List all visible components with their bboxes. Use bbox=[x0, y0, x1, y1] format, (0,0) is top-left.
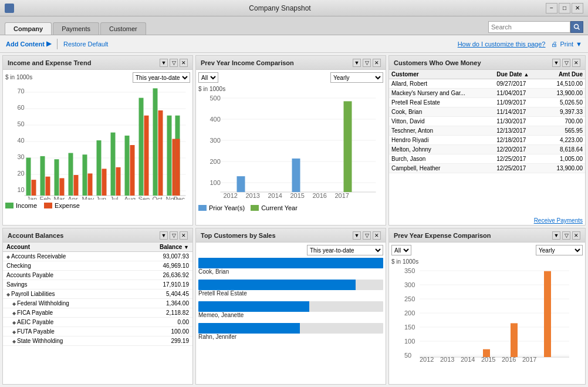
prev-year-income-filter1[interactable]: All bbox=[198, 72, 218, 83]
search-btn[interactable] bbox=[570, 21, 583, 33]
svg-text:2012: 2012 bbox=[224, 192, 238, 199]
accounts-menu[interactable]: ▽ bbox=[170, 231, 178, 240]
svg-text:Mar: Mar bbox=[54, 196, 65, 200]
top-cust-menu[interactable]: ▽ bbox=[363, 231, 371, 240]
prev-year-income-filter2[interactable]: Yearly bbox=[330, 72, 383, 83]
top-cust-collapse[interactable]: ▼ bbox=[353, 231, 361, 240]
bar-label: Pretell Real Estate bbox=[198, 290, 383, 297]
search-bar bbox=[488, 21, 583, 33]
prev-year-income-collapse[interactable]: ▼ bbox=[353, 59, 361, 67]
table-row: Accounts Payable26,636.92 bbox=[3, 271, 192, 280]
svg-text:2015: 2015 bbox=[290, 192, 305, 199]
top-cust-close[interactable]: ✕ bbox=[373, 231, 381, 240]
account-balances-header: Account Balances ▼ ▽ ✕ bbox=[3, 228, 192, 243]
print-dropdown-icon: ▼ bbox=[576, 41, 582, 48]
svg-text:2012: 2012 bbox=[420, 356, 434, 363]
tab-customer[interactable]: Customer bbox=[100, 22, 146, 35]
bar-label: Rahn, Jennifer bbox=[198, 334, 383, 340]
top-customers-controls: ▼ ▽ ✕ bbox=[353, 231, 381, 240]
prev-year-income-close[interactable]: ✕ bbox=[373, 59, 381, 67]
svg-text:20: 20 bbox=[18, 170, 25, 177]
accounts-table: Account Balance ▼ ◆Accounts Receivable93… bbox=[3, 243, 192, 346]
prev-expense-title: Prev Year Expense Comparison bbox=[394, 232, 491, 239]
svg-text:Dec: Dec bbox=[174, 196, 185, 200]
svg-text:Oct: Oct bbox=[153, 196, 163, 200]
close-btn[interactable]: ✕ bbox=[572, 3, 583, 14]
income-expense-panel: Income and Expense Trend ▼ ▽ ✕ $ in 1000… bbox=[2, 55, 193, 226]
income-expense-legend: Income Expense bbox=[5, 202, 190, 209]
legend-expense-color bbox=[44, 203, 52, 208]
customers-owe-panel: Customers Who Owe Money ▼ ▽ ✕ Customer D… bbox=[388, 55, 586, 226]
customers-menu[interactable]: ▽ bbox=[562, 59, 570, 67]
svg-text:2015: 2015 bbox=[481, 356, 495, 363]
svg-text:May: May bbox=[82, 196, 94, 200]
svg-rect-26 bbox=[83, 154, 87, 196]
income-expense-collapse[interactable]: ▼ bbox=[160, 59, 168, 67]
add-content-button[interactable]: Add Content ▶ bbox=[6, 40, 51, 48]
income-expense-dropdown[interactable]: This year-to-date bbox=[133, 72, 190, 83]
print-button[interactable]: 🖨 Print ▼ bbox=[551, 41, 582, 48]
accounts-collapse[interactable]: ▼ bbox=[160, 231, 168, 240]
svg-rect-92 bbox=[544, 271, 551, 357]
svg-rect-38 bbox=[167, 116, 172, 196]
svg-text:50: 50 bbox=[18, 120, 25, 127]
svg-rect-21 bbox=[46, 177, 50, 196]
prev-year-income-chart: 500 400 300 200 100 bbox=[198, 93, 383, 202]
prev-year-income-svg: 500 400 300 200 100 bbox=[198, 93, 383, 202]
prev-expense-panel: Prev Year Expense Comparison ▼ ▽ ✕ All Y… bbox=[388, 228, 586, 385]
bar-label: Memeo, Jeanette bbox=[198, 312, 383, 318]
receive-payments-link[interactable]: Receive Payments bbox=[389, 216, 585, 225]
minimize-btn[interactable]: − bbox=[546, 3, 557, 14]
customers-close[interactable]: ✕ bbox=[572, 59, 580, 67]
maximize-btn[interactable]: □ bbox=[559, 3, 570, 14]
svg-rect-20 bbox=[40, 156, 45, 196]
search-input[interactable] bbox=[488, 21, 570, 33]
svg-text:50: 50 bbox=[404, 352, 411, 359]
prev-expense-svg: 350 300 250 200 150 100 50 bbox=[391, 266, 583, 363]
prev-year-income-controls: ▼ ▽ ✕ bbox=[353, 59, 381, 67]
prev-expense-filter2[interactable]: Yearly bbox=[536, 245, 583, 255]
prev-year-income-filters: All Yearly bbox=[198, 72, 383, 83]
svg-text:Aug: Aug bbox=[124, 196, 136, 200]
svg-text:30: 30 bbox=[18, 153, 25, 160]
prev-expense-close[interactable]: ✕ bbox=[572, 231, 580, 240]
svg-text:Apr: Apr bbox=[68, 196, 78, 200]
tab-company[interactable]: Company bbox=[5, 22, 52, 35]
prev-expense-menu[interactable]: ▽ bbox=[562, 231, 570, 240]
bar-fill bbox=[198, 280, 356, 290]
customers-collapse[interactable]: ▼ bbox=[552, 59, 560, 67]
restore-default-link[interactable]: Restore Default bbox=[63, 41, 108, 48]
prev-year-income-menu[interactable]: ▽ bbox=[363, 59, 371, 67]
prev-year-income-header: Prev Year Income Comparison ▼ ▽ ✕ bbox=[196, 56, 386, 70]
account-balances-panel: Account Balances ▼ ▽ ✕ Account Balance ▼… bbox=[2, 228, 193, 385]
prev-year-income-body: All Yearly $ in 1000s 500 400 300 200 10… bbox=[196, 70, 386, 225]
svg-rect-66 bbox=[237, 176, 245, 192]
income-expense-svg: 70 60 50 40 30 20 10 bbox=[5, 85, 190, 200]
income-expense-body: $ in 1000s This year-to-date 70 60 50 40… bbox=[3, 70, 192, 225]
help-customize-link[interactable]: How do I customize this page? bbox=[458, 41, 546, 48]
prev-expense-controls: ▼ ▽ ✕ bbox=[552, 231, 580, 240]
top-customers-dropdown[interactable]: This year-to-date bbox=[307, 245, 383, 255]
bar-track bbox=[198, 280, 383, 290]
col-balance: Balance ▼ bbox=[127, 243, 192, 252]
title-bar: Company Snapshot − □ ✕ bbox=[0, 0, 588, 16]
svg-rect-41 bbox=[175, 139, 180, 196]
accounts-close[interactable]: ✕ bbox=[180, 231, 188, 240]
prev-expense-body: All Yearly $ in 1000s 350 300 250 200 15… bbox=[389, 243, 585, 384]
svg-text:2014: 2014 bbox=[461, 356, 475, 363]
svg-rect-30 bbox=[111, 133, 116, 196]
income-expense-menu[interactable]: ▽ bbox=[170, 59, 178, 67]
title-bar-title: Company Snapshot bbox=[249, 4, 310, 12]
prev-expense-filter1[interactable]: All bbox=[391, 245, 411, 255]
svg-text:100: 100 bbox=[404, 338, 415, 345]
customers-owe-body: Customer Due Date ▲ Amt Due Allard, Robe… bbox=[389, 70, 585, 225]
income-expense-close[interactable]: ✕ bbox=[180, 59, 188, 67]
prev-expense-chart: 350 300 250 200 150 100 50 bbox=[391, 266, 583, 363]
list-item: Cook, Brian bbox=[198, 258, 383, 275]
top-customers-header: Top Customers by Sales ▼ ▽ ✕ bbox=[196, 228, 386, 243]
tab-payments[interactable]: Payments bbox=[53, 22, 99, 35]
customers-owe-header: Customers Who Owe Money ▼ ▽ ✕ bbox=[389, 56, 585, 70]
prev-expense-collapse[interactable]: ▼ bbox=[552, 231, 560, 240]
svg-text:200: 200 bbox=[210, 158, 221, 165]
table-row: Savings17,910.19 bbox=[3, 280, 192, 290]
